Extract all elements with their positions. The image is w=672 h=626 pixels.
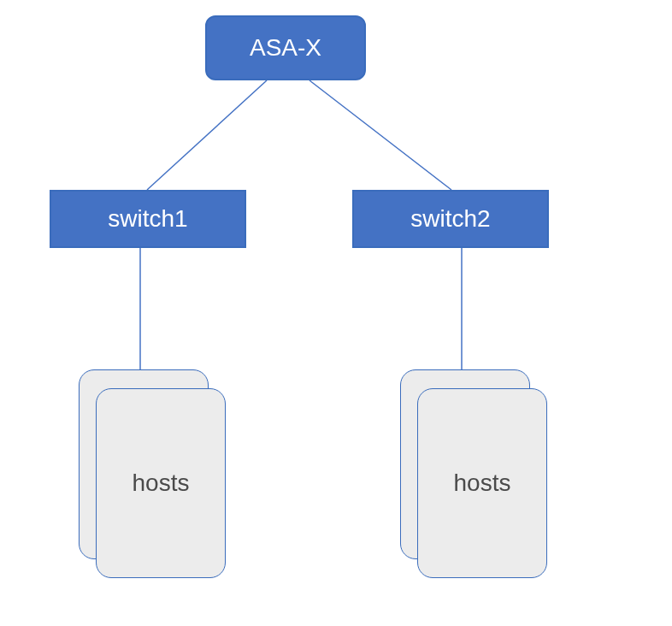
hosts2-label: hosts (417, 388, 547, 578)
switch1-node: switch1 (50, 190, 246, 248)
root-node: ASA-X (205, 15, 366, 80)
hosts1-label: hosts (96, 388, 226, 578)
switch2-label: switch2 (410, 205, 490, 233)
switch1-label: switch1 (108, 205, 187, 233)
line-root-to-switch2 (309, 80, 451, 190)
line-root-to-switch1 (147, 80, 267, 190)
root-node-label: ASA-X (250, 34, 321, 62)
switch2-node: switch2 (352, 190, 549, 248)
